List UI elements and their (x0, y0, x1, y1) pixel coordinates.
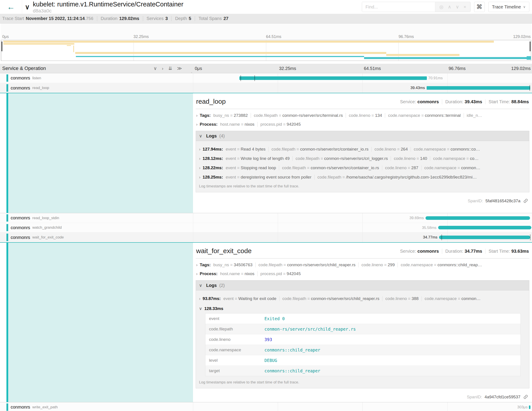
span-duration-label: 39.69ms (409, 213, 424, 223)
span-row-read-loop-stdin[interactable]: conmonrs read_loop_stdin 39.69ms (0, 213, 532, 223)
expand-icon[interactable]: › (199, 175, 200, 180)
tags-section[interactable]: › Tags: busy_ns=273882 code.filepath=con… (196, 113, 529, 118)
collapse-one-icon[interactable]: ∨ (153, 66, 157, 71)
log-field-value: 287 (411, 166, 418, 170)
logs-label: Logs (206, 133, 217, 138)
log-field-value: Stopping read loop (241, 166, 276, 170)
span-bar[interactable] (439, 235, 530, 239)
expand-one-icon[interactable]: › (162, 66, 163, 71)
log-timestamp: 128.12ms: (203, 156, 223, 161)
span-name-cell[interactable]: conmonrs wait_for_exit_code (0, 233, 193, 242)
span-bar-cell[interactable]: 39.43ms (193, 83, 532, 93)
tag-key: busy_ns (213, 113, 229, 118)
span-bar-cell[interactable]: 39.69ms (193, 213, 532, 223)
next-result-icon[interactable]: ∨ (456, 4, 459, 10)
collapse-all-icon[interactable]: ⇊ (168, 66, 172, 71)
equals-sign: = (307, 166, 310, 170)
minimap-left-scrub-handle[interactable] (1, 41, 2, 51)
span-bar-cell[interactable]: 70.91ms (193, 73, 532, 83)
find-input[interactable] (362, 2, 435, 12)
span-bar-cell[interactable]: 35.58ms (193, 223, 532, 232)
copy-link-icon[interactable] (523, 198, 528, 203)
span-bar[interactable] (427, 86, 531, 90)
span-row-write-exit-path[interactable]: conmonrs write_exit_path 303μs (0, 402, 532, 411)
expand-icon[interactable]: › (196, 113, 198, 118)
span-name-cell[interactable]: conmonrs write_exit_path (0, 402, 193, 411)
logs-header[interactable]: ∨ Logs (2) (196, 280, 529, 290)
expand-icon[interactable]: › (199, 156, 200, 161)
trace-start-value: November 15 2022, 11:24:14 (26, 16, 85, 21)
clear-search-icon[interactable]: × (464, 4, 466, 10)
collapse-trace-chevron-icon[interactable]: ∨ (25, 3, 30, 11)
tag-key: code.lineno (361, 263, 383, 267)
span-row-wait-for-exit-code[interactable]: conmonrs wait_for_exit_code 34.77ms (0, 233, 532, 242)
span-name-cell[interactable]: conmonrs read_loop (0, 83, 193, 93)
service-name: conmonrs (11, 76, 30, 81)
expand-icon[interactable]: › (196, 263, 198, 267)
logs-accordion: ∨ Logs (4) › 127.94ms: event=Read 4 byte… (196, 131, 529, 192)
log-entry[interactable]: › 93.87ms: event=Waiting for exit code c… (199, 296, 526, 301)
expand-icon[interactable]: › (196, 122, 198, 127)
expand-icon[interactable]: › (199, 296, 200, 301)
timeline-minimap[interactable] (1, 40, 531, 61)
log-field-key: code.namespace (433, 156, 465, 161)
detail-rail-fill (8, 243, 193, 402)
span-bar[interactable] (529, 405, 531, 409)
span-detail-meta: Service:conmonrs Duration:34.77ms Start … (400, 249, 529, 255)
field-key: level (209, 358, 265, 363)
span-row-watch-grandchild[interactable]: conmonrs watch_grandchild 35.58ms (0, 223, 532, 233)
logs-count: (2) (219, 283, 225, 288)
back-button[interactable]: ← (0, 0, 22, 14)
service-name: conmonrs (11, 215, 30, 220)
log-entry[interactable]: › 128.12ms: event=Wrote log line of leng… (199, 156, 526, 161)
span-bar[interactable] (438, 226, 531, 229)
span-row-listen[interactable]: conmonrs listen 70.91ms (0, 73, 532, 83)
expand-icon[interactable]: › (196, 271, 198, 276)
prev-result-icon[interactable]: ∧ (448, 4, 451, 10)
log-timestamp: 127.94ms: (203, 147, 223, 152)
span-rows: conmonrs listen 70.91ms conmonrs read_lo… (0, 73, 532, 411)
expand-all-icon[interactable]: ≫ (177, 66, 182, 71)
log-entry[interactable]: › 128.25ms: event=deregistering event so… (199, 175, 526, 180)
equals-sign: = (447, 147, 449, 151)
log-entry-expanded[interactable]: ∨ 128.33ms (199, 306, 526, 311)
table-row: code.namespace conmonrs::child_reaper (205, 345, 521, 355)
span-duration-label: 70.91ms (428, 73, 443, 83)
span-name-cell[interactable]: conmonrs read_loop_stdin (0, 213, 193, 223)
log-field-key: code.lineno (385, 166, 407, 170)
process-section[interactable]: › Process: host.name=nixos process.pid=9… (196, 271, 529, 276)
expand-icon[interactable]: › (199, 166, 200, 170)
span-bar-cell[interactable]: 34.77ms (193, 233, 532, 242)
span-detail-wait-for-exit-code: wait_for_exit_code Service:conmonrs Dura… (0, 242, 532, 402)
span-bar-cell[interactable]: 303μs (193, 402, 532, 411)
trace-view-selector[interactable]: Trace Timeline ∨ (488, 2, 529, 12)
logs-note: Log timestamps are relative to the start… (199, 184, 526, 188)
service-value: conmonrs (418, 249, 439, 254)
span-row-read-loop[interactable]: conmonrs read_loop 39.43ms (0, 83, 532, 93)
log-entry[interactable]: › 128.22ms: event=Stopping read loop cod… (199, 166, 526, 170)
log-field-key: code.filepath (317, 175, 342, 179)
detail-content: read_loop Service:conmonrs Duration:39.4… (193, 93, 532, 213)
copy-link-icon[interactable] (523, 395, 528, 399)
tags-section[interactable]: › Tags: busy_ns=34506763 code.filepath=c… (196, 263, 529, 267)
locate-icon[interactable]: ◎ (439, 4, 443, 10)
span-bar[interactable] (239, 76, 427, 80)
span-name-cell[interactable]: conmonrs watch_grandchild (0, 223, 193, 232)
process-section[interactable]: › Process: host.name=nixos process.pid=9… (196, 122, 529, 127)
field-value: conmonrs::child_reaper (265, 368, 320, 373)
log-field-value: co… (470, 156, 479, 161)
keyboard-shortcuts-button[interactable]: ⌘ (474, 2, 485, 12)
minimap-right-scrub-handle[interactable] (530, 41, 531, 51)
log-entry[interactable]: › 127.94ms: event=Read 4 bytes code.file… (199, 147, 526, 152)
tag-value: conmon-rs/server/src/child_reaper.rs (287, 263, 355, 267)
expand-icon[interactable]: › (199, 147, 200, 152)
collapse-icon[interactable]: ∨ (199, 306, 202, 311)
log-tick (530, 85, 530, 91)
find-controls: ◎ ∧ ∨ × (435, 2, 470, 12)
span-name-cell[interactable]: conmonrs listen (0, 73, 193, 83)
title-group: kubelet: runtime.v1.RuntimeService/Creat… (33, 0, 183, 14)
logs-header[interactable]: ∨ Logs (4) (196, 131, 529, 141)
ruler-tick: 0μs (2, 34, 9, 39)
span-bar[interactable] (426, 216, 530, 220)
timeline-tick: 64.51ms (362, 64, 381, 73)
